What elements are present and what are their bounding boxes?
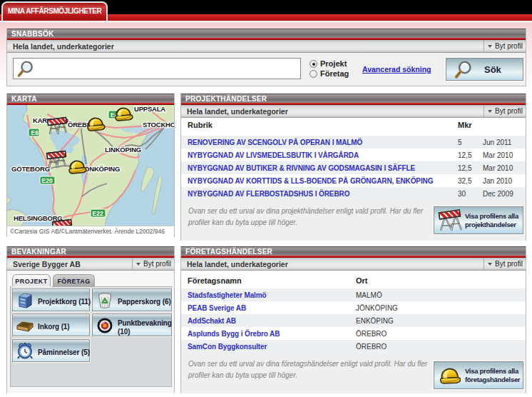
svg-text:HELSINGBORG: HELSINGBORG <box>14 214 63 222</box>
svg-text:E20: E20 <box>42 177 53 184</box>
svg-text:E22: E22 <box>93 210 103 217</box>
svg-text:LINKÖPING: LINKÖPING <box>105 146 141 154</box>
svg-text:E6: E6 <box>31 129 39 136</box>
svg-text:UPPSALA: UPPSALA <box>134 105 165 113</box>
svg-text:GÖTEBORG: GÖTEBORG <box>11 165 50 173</box>
svg-text:STOCKHOLM: STOCKHOLM <box>143 121 174 129</box>
